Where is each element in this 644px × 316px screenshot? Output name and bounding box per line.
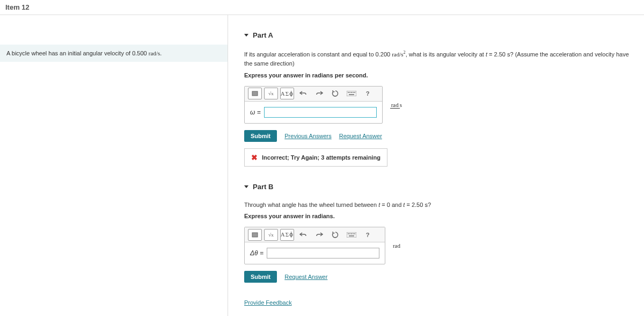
part-a-answer-row: ω = bbox=[245, 102, 382, 123]
item-number: Item 12 bbox=[5, 3, 30, 11]
reset-icon[interactable] bbox=[328, 229, 342, 241]
svg-rect-7 bbox=[349, 94, 354, 95]
greek-templates-button[interactable]: ΑΣϕ bbox=[280, 88, 294, 99]
svg-rect-15 bbox=[349, 235, 354, 236]
svg-rect-1 bbox=[347, 91, 356, 96]
part-a-title: Part A bbox=[253, 31, 273, 39]
part-b-toolbar: √x ΑΣϕ ? bbox=[245, 227, 385, 242]
problem-statement: A bicycle wheel has an initial angular v… bbox=[0, 45, 228, 62]
part-a-feedback: ✖ Incorrect; Try Again; 3 attempts remai… bbox=[244, 148, 387, 167]
part-b-answer-row: Δθ = bbox=[245, 242, 385, 264]
reset-icon[interactable] bbox=[328, 88, 342, 99]
part-a-variable: ω = bbox=[250, 109, 261, 116]
redo-icon[interactable] bbox=[312, 88, 326, 99]
part-b: Part B Through what angle has the wheel … bbox=[244, 183, 633, 283]
left-column: A bicycle wheel has an initial angular v… bbox=[0, 15, 228, 316]
part-a-instruct: Express your answer in radians per secon… bbox=[244, 72, 633, 78]
rectangle-tool-icon[interactable] bbox=[248, 229, 262, 241]
right-column: Part A If its angular acceleration is co… bbox=[228, 15, 644, 316]
part-b-actions: Submit Request Answer bbox=[244, 271, 633, 283]
svg-rect-11 bbox=[349, 233, 350, 234]
svg-rect-14 bbox=[354, 233, 355, 234]
incorrect-x-icon: ✖ bbox=[251, 153, 258, 162]
part-b-request-answer-link[interactable]: Request Answer bbox=[284, 274, 327, 280]
part-b-answer-box: √x ΑΣϕ ? bbox=[244, 227, 385, 264]
redo-icon[interactable] bbox=[312, 229, 326, 241]
svg-rect-8 bbox=[252, 233, 258, 237]
part-b-unit: rad bbox=[393, 242, 400, 249]
part-a-request-answer-link[interactable]: Request Answer bbox=[339, 133, 382, 139]
part-a-previous-answers-link[interactable]: Previous Answers bbox=[284, 133, 331, 139]
svg-rect-12 bbox=[351, 233, 352, 234]
undo-icon[interactable] bbox=[296, 88, 310, 99]
caret-down-icon bbox=[244, 185, 248, 188]
part-a-toolbar: √x ΑΣϕ ? bbox=[245, 87, 382, 102]
svg-rect-10 bbox=[348, 233, 349, 234]
svg-rect-9 bbox=[347, 232, 356, 238]
help-icon[interactable]: ? bbox=[361, 229, 375, 241]
undo-icon[interactable] bbox=[296, 229, 310, 241]
part-a-header[interactable]: Part A bbox=[244, 31, 633, 39]
part-a-submit-button[interactable]: Submit bbox=[244, 130, 277, 142]
svg-rect-0 bbox=[252, 91, 258, 96]
part-a-feedback-text: Incorrect; Try Again; 3 attempts remaini… bbox=[262, 154, 380, 161]
math-tool-icon[interactable]: √x bbox=[264, 229, 278, 241]
main-layout: A bicycle wheel has an initial angular v… bbox=[0, 15, 644, 316]
rectangle-tool-icon[interactable] bbox=[248, 88, 262, 99]
part-b-variable: Δθ = bbox=[250, 249, 264, 257]
provide-feedback-row: Provide Feedback bbox=[244, 299, 633, 306]
part-b-input[interactable] bbox=[267, 248, 379, 258]
keyboard-icon[interactable] bbox=[345, 229, 358, 241]
svg-rect-3 bbox=[349, 92, 350, 93]
math-tool-icon[interactable]: √x bbox=[264, 88, 278, 99]
part-b-question: Through what angle has the wheel turned … bbox=[244, 200, 631, 210]
svg-rect-5 bbox=[353, 92, 354, 93]
part-b-title: Part B bbox=[253, 183, 273, 191]
provide-feedback-link[interactable]: Provide Feedback bbox=[244, 299, 292, 306]
part-a: Part A If its angular acceleration is co… bbox=[244, 31, 633, 167]
caret-down-icon bbox=[244, 34, 248, 37]
svg-rect-13 bbox=[353, 233, 354, 234]
keyboard-icon[interactable] bbox=[345, 88, 358, 99]
topbar: Item 12 bbox=[0, 0, 644, 15]
part-a-unit: rads bbox=[390, 102, 402, 108]
part-b-header[interactable]: Part B bbox=[244, 183, 633, 191]
svg-rect-6 bbox=[354, 92, 355, 93]
greek-templates-button[interactable]: ΑΣϕ bbox=[280, 229, 294, 241]
svg-rect-4 bbox=[351, 92, 352, 93]
help-icon[interactable]: ? bbox=[361, 88, 375, 99]
part-a-question: If its angular acceleration is constant … bbox=[244, 49, 631, 69]
part-a-actions: Submit Previous Answers Request Answer bbox=[244, 130, 633, 142]
svg-rect-2 bbox=[348, 92, 349, 93]
part-a-input[interactable] bbox=[264, 107, 377, 118]
part-a-answer-box: √x ΑΣϕ ? bbox=[244, 86, 383, 124]
part-b-submit-button[interactable]: Submit bbox=[244, 271, 277, 283]
part-b-instruct: Express your answer in radians. bbox=[244, 213, 633, 219]
